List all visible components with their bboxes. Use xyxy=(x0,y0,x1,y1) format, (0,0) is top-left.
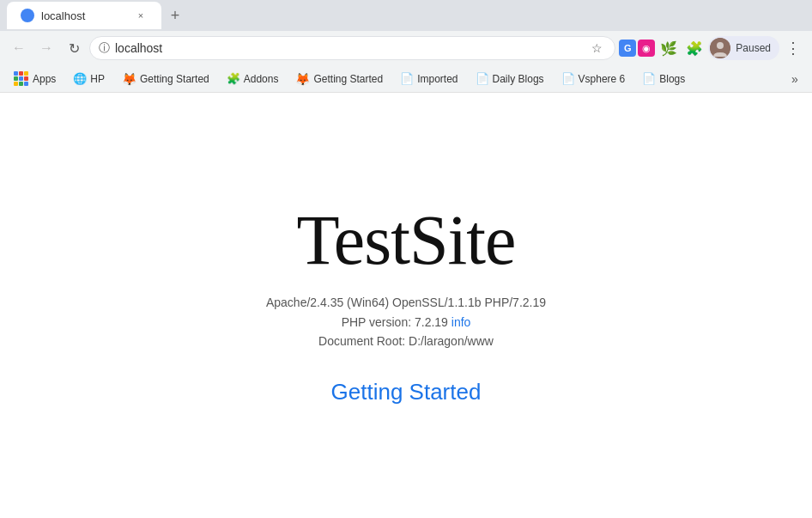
address-bar[interactable]: ⓘ localhost ☆ xyxy=(89,36,615,60)
bookmark-apps-label: Apps xyxy=(33,73,56,85)
blogs-favicon: 📄 xyxy=(642,72,656,85)
tab-bar: localhost × + xyxy=(0,0,812,31)
getting-started-link[interactable]: Getting Started xyxy=(331,379,482,405)
back-button[interactable]: ← xyxy=(7,36,31,60)
server-line-3: Document Root: D:/laragon/www xyxy=(266,332,546,350)
bookmark-addons-label: Addons xyxy=(244,73,279,85)
tab-close-button[interactable]: × xyxy=(134,9,148,22)
page-content: TestSite Apache/2.4.35 (Win64) OpenSSL/1… xyxy=(0,93,812,518)
daily-blogs-favicon: 📄 xyxy=(476,72,489,85)
more-menu-button[interactable]: ⋮ xyxy=(781,36,805,60)
bookmark-blogs-label: Blogs xyxy=(659,73,685,85)
bookmarks-bar: Apps 🌐 HP 🦊 Getting Started 🧩 Addons 🦊 G… xyxy=(0,65,812,93)
browser-chrome: localhost × + ← → ↻ ⓘ localhost ☆ G ◉ 🌿 … xyxy=(0,0,812,93)
bookmark-getting-started-1[interactable]: 🦊 Getting Started xyxy=(115,70,216,88)
bookmark-star-button[interactable]: ☆ xyxy=(587,39,606,58)
server-line-2: PHP version: 7.2.19 info xyxy=(266,313,546,332)
apps-grid-icon xyxy=(14,71,29,87)
bookmark-daily-blogs-label: Daily Blogs xyxy=(493,73,544,85)
tab-title: localhost xyxy=(41,9,127,22)
bookmark-daily-blogs[interactable]: 📄 Daily Blogs xyxy=(469,70,551,88)
php-info-link[interactable]: info xyxy=(451,315,471,329)
bookmark-addons[interactable]: 🧩 Addons xyxy=(220,70,286,88)
camera-extension-icon[interactable]: ◉ xyxy=(638,40,655,57)
server-info: Apache/2.4.35 (Win64) OpenSSL/1.1.1b PHP… xyxy=(266,293,546,350)
hp-favicon: 🌐 xyxy=(73,72,87,85)
reload-button[interactable]: ↻ xyxy=(62,36,86,60)
firefox-favicon-2: 🦊 xyxy=(295,72,310,86)
address-text: localhost xyxy=(115,41,582,55)
bookmark-hp-label: HP xyxy=(90,73,105,85)
leaf-extension-icon[interactable]: 🌿 xyxy=(657,36,681,60)
svg-point-1 xyxy=(717,42,724,49)
vsphere-favicon: 📄 xyxy=(561,72,575,85)
server-php-version: PHP version: 7.2.19 xyxy=(342,315,451,329)
bookmark-hp[interactable]: 🌐 HP xyxy=(66,70,112,88)
bookmark-vsphere-6[interactable]: 📄 Vsphere 6 xyxy=(554,70,633,88)
imported-favicon: 📄 xyxy=(400,72,414,85)
bookmark-blogs[interactable]: 📄 Blogs xyxy=(635,70,692,88)
bookmark-getting-started-2[interactable]: 🦊 Getting Started xyxy=(288,70,390,88)
firefox-favicon-1: 🦊 xyxy=(122,72,136,86)
server-line-1: Apache/2.4.35 (Win64) OpenSSL/1.1.1b PHP… xyxy=(266,293,546,312)
translate-extension-icon[interactable]: G xyxy=(619,40,636,57)
extensions-button[interactable]: 🧩 xyxy=(682,36,706,60)
address-actions: ☆ xyxy=(587,39,606,58)
avatar xyxy=(710,38,730,58)
new-tab-button[interactable]: + xyxy=(163,3,187,27)
bookmark-apps[interactable]: Apps xyxy=(7,69,63,89)
forward-button[interactable]: → xyxy=(34,36,58,60)
bookmark-vsphere-6-label: Vsphere 6 xyxy=(579,73,626,85)
site-title: TestSite xyxy=(296,205,515,276)
bookmark-imported-label: Imported xyxy=(417,73,458,85)
lock-icon: ⓘ xyxy=(99,40,110,56)
bookmark-getting-started-1-label: Getting Started xyxy=(140,73,209,85)
profile-button[interactable]: Paused xyxy=(708,36,779,60)
navigation-bar: ← → ↻ ⓘ localhost ☆ G ◉ 🌿 🧩 xyxy=(0,31,812,65)
nav-right-actions: G ◉ 🌿 🧩 Paused ⋮ xyxy=(619,36,805,60)
bookmarks-more-button[interactable]: » xyxy=(785,69,805,89)
active-tab[interactable]: localhost × xyxy=(7,2,161,29)
bookmark-imported[interactable]: 📄 Imported xyxy=(393,70,464,88)
addons-favicon: 🧩 xyxy=(227,72,240,85)
bookmark-getting-started-2-label: Getting Started xyxy=(313,73,383,85)
tab-favicon xyxy=(21,9,34,22)
profile-label: Paused xyxy=(736,42,771,54)
